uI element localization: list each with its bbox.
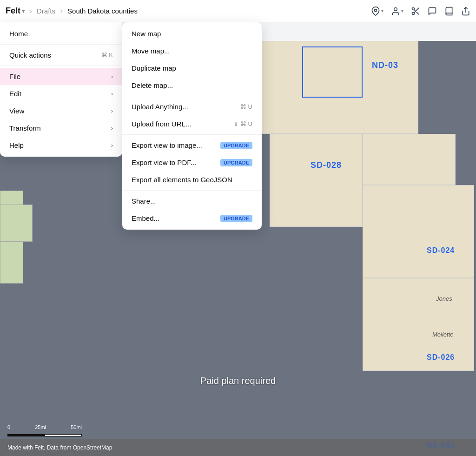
breadcrumb-sep2: ›	[60, 6, 63, 16]
submenu-export-pdf[interactable]: Export view to PDF... UPGRADE	[122, 154, 262, 171]
menu-help-chevron: ›	[111, 142, 113, 149]
menu-edit-label: Edit	[9, 90, 21, 98]
submenu-export-image-label: Export view to image...	[132, 141, 202, 149]
menu-item-quick-actions[interactable]: Quick actions ⌘ K	[0, 46, 122, 64]
svg-point-0	[375, 9, 377, 11]
menu-file-chevron: ›	[111, 73, 113, 80]
submenu-share-label: Share...	[132, 197, 156, 205]
map-tile	[0, 205, 33, 242]
menu-divider-2	[0, 66, 122, 66]
svg-line-5	[416, 12, 419, 14]
menu-help-label: Help	[9, 141, 24, 149]
scale-labels: 0 25mi 50mi	[7, 424, 82, 430]
breadcrumb-drafts[interactable]: Drafts	[37, 7, 55, 15]
book-icon[interactable]	[444, 7, 454, 16]
scale-label-0: 0	[7, 424, 10, 430]
menu-item-help[interactable]: Help ›	[0, 137, 122, 154]
person-tool-icon[interactable]: ▾	[391, 7, 403, 16]
map-label-sd026: SD-026	[427, 353, 455, 362]
scale-label-25: 25mi	[35, 424, 46, 430]
menu-item-edit[interactable]: Edit ›	[0, 85, 122, 102]
submenu-divider-3	[122, 190, 262, 191]
share-icon[interactable]	[461, 7, 470, 16]
submenu-delete-map[interactable]: Delete map...	[122, 77, 262, 94]
scale-right-half	[45, 434, 82, 436]
menu-edit-chevron: ›	[111, 90, 113, 97]
submenu-export-geojson-label: Export all elements to GeoJSON	[132, 176, 232, 184]
submenu-duplicate-map-label: Duplicate map	[132, 64, 176, 72]
county-label-mellette: Mellette	[432, 331, 454, 338]
submenu-embed-label: Embed...	[132, 214, 159, 222]
map-tile	[363, 185, 474, 278]
breadcrumb-sep1: ›	[29, 6, 32, 16]
submenu-delete-map-label: Delete map...	[132, 81, 173, 89]
paid-plan-text: Paid plan required	[200, 376, 276, 386]
paid-plan-overlay: Paid plan required	[0, 376, 476, 386]
chat-icon[interactable]	[428, 7, 437, 16]
map-label-sd024: SD-024	[427, 246, 455, 255]
submenu-export-geojson[interactable]: Export all elements to GeoJSON	[122, 171, 262, 188]
main-menu: Home Quick actions ⌘ K File › Edit › Vie…	[0, 22, 122, 157]
scale-label-50: 50mi	[71, 424, 82, 430]
submenu-export-image[interactable]: Export view to image... UPGRADE	[122, 137, 262, 154]
file-submenu: New map Move map... Duplicate map Delete…	[122, 22, 262, 230]
submenu-export-pdf-label: Export view to PDF...	[132, 159, 196, 166]
scale-bar: 0 25mi 50mi	[7, 424, 82, 434]
svg-line-6	[414, 9, 416, 11]
submenu-divider-1	[122, 96, 262, 96]
submenu-move-map[interactable]: Move map...	[122, 42, 262, 59]
menu-transform-chevron: ›	[111, 125, 113, 132]
submenu-embed[interactable]: Embed... UPGRADE	[122, 210, 262, 227]
menu-file-label: File	[9, 73, 20, 80]
submenu-new-map[interactable]: New map	[122, 25, 262, 42]
map-label-nd03: ND-03	[372, 60, 398, 70]
menu-quickactions-label: Quick actions	[9, 51, 51, 59]
submenu-upload-anything-label: Upload Anything...	[132, 103, 188, 111]
logo-text: Felt	[6, 6, 20, 16]
bottom-bar: Made with Felt. Data from OpenStreetMap	[0, 439, 476, 456]
scale-left-half	[7, 434, 45, 436]
submenu-duplicate-map[interactable]: Duplicate map	[122, 59, 262, 77]
logo-chevron: ▾	[22, 8, 25, 14]
scale-graphic	[7, 430, 82, 434]
menu-home-label: Home	[9, 30, 28, 38]
svg-point-1	[394, 7, 397, 11]
menu-quickactions-shortcut: ⌘ K	[101, 52, 113, 59]
menu-item-view[interactable]: View ›	[0, 102, 122, 119]
menu-view-chevron: ›	[111, 107, 113, 114]
submenu-embed-badge: UPGRADE	[220, 215, 252, 222]
breadcrumb-map-title: South Dakota counties	[67, 7, 138, 15]
menu-item-transform[interactable]: Transform ›	[0, 119, 122, 137]
scissors-icon[interactable]	[411, 7, 420, 16]
felt-logo[interactable]: Felt ▾	[6, 6, 25, 16]
submenu-export-image-badge: UPGRADE	[220, 142, 252, 149]
submenu-share[interactable]: Share...	[122, 192, 262, 210]
map-tile	[363, 134, 456, 185]
map-tile	[363, 278, 474, 371]
person-chevron: ▾	[401, 8, 403, 13]
submenu-upload-anything-shortcut: ⌘ U	[240, 103, 252, 110]
pin-tool-icon[interactable]: ▾	[371, 7, 383, 16]
submenu-upload-url-shortcut: ⇧ ⌘ U	[233, 120, 252, 127]
county-label-jones: Jones	[436, 295, 452, 302]
submenu-export-pdf-badge: UPGRADE	[220, 159, 252, 166]
menu-view-label: View	[9, 107, 24, 115]
attribution-text: Made with Felt. Data from OpenStreetMap	[7, 444, 112, 451]
map-outline	[302, 46, 363, 98]
menu-transform-label: Transform	[9, 124, 41, 132]
submenu-move-map-label: Move map...	[132, 47, 170, 55]
pin-chevron: ▾	[381, 8, 383, 13]
menu-item-home[interactable]: Home	[0, 25, 122, 42]
topbar-icons: ▾ ▾	[371, 7, 470, 16]
menu-item-file[interactable]: File ›	[0, 68, 122, 85]
map-tile	[270, 134, 363, 227]
submenu-upload-anything[interactable]: Upload Anything... ⌘ U	[122, 98, 262, 115]
submenu-new-map-label: New map	[132, 30, 161, 38]
submenu-upload-url-label: Upload from URL...	[132, 120, 191, 128]
submenu-upload-url[interactable]: Upload from URL... ⇧ ⌘ U	[122, 115, 262, 132]
submenu-divider-2	[122, 134, 262, 135]
menu-divider-1	[0, 44, 122, 45]
map-label-sd028: SD-028	[311, 160, 342, 170]
topbar: Felt ▾ › Drafts › South Dakota counties …	[0, 0, 476, 22]
